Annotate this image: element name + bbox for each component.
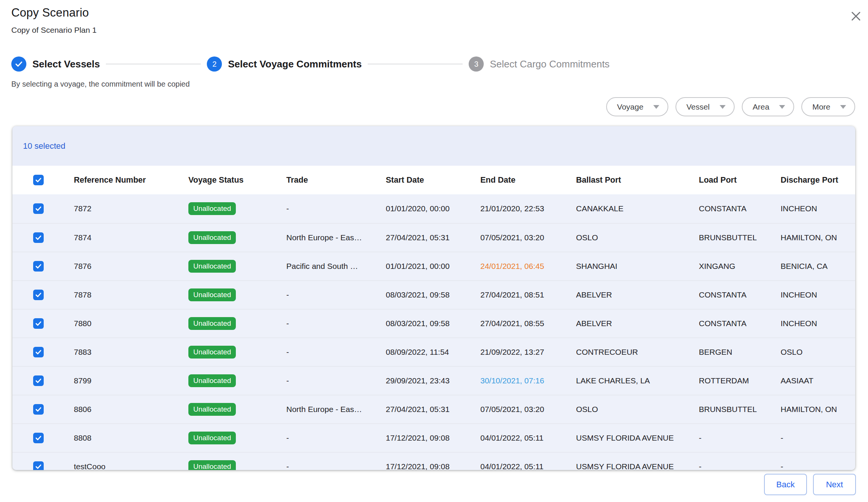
cell-ballast-port: OSLO xyxy=(576,233,699,242)
table-row[interactable]: 7883 Unallocated - 08/09/2022, 11:54 21/… xyxy=(12,337,855,366)
cell-start-date: 01/01/2020, 00:00 xyxy=(386,204,480,213)
cell-ballast-port: ABELVER xyxy=(576,290,699,299)
next-button[interactable]: Next xyxy=(813,474,856,495)
filter-vessel-button[interactable]: Vessel xyxy=(675,97,735,116)
cell-discharge-port: - xyxy=(781,462,855,470)
cell-load-port: CONSTANTA xyxy=(699,204,781,213)
row-checkbox[interactable] xyxy=(33,261,44,272)
back-button[interactable]: Back xyxy=(764,474,807,495)
cell-ballast-port: CONTRECOEUR xyxy=(576,348,699,357)
voyage-status-badge: Unallocated xyxy=(188,260,236,273)
cell-load-port: BRUNSBUTTEL xyxy=(699,405,781,414)
row-checkbox[interactable] xyxy=(33,461,44,470)
step-label: Select Cargo Commitments xyxy=(490,58,610,70)
stepper: Select Vessels 2 Select Voyage Commitmen… xyxy=(11,56,610,72)
check-icon xyxy=(35,435,42,441)
filter-more-button[interactable]: More xyxy=(801,97,855,116)
cell-reference-number: 7880 xyxy=(74,319,188,328)
check-icon xyxy=(35,377,42,384)
table-row[interactable]: 7880 Unallocated - 08/03/2021, 09:58 27/… xyxy=(12,309,855,337)
row-checkbox[interactable] xyxy=(33,433,44,443)
cell-trade: Pacific and South … xyxy=(286,262,386,271)
cell-load-port: XINGANG xyxy=(699,262,781,271)
step-select-vessels[interactable]: Select Vessels xyxy=(11,56,100,72)
filter-label: More xyxy=(812,102,830,111)
cell-reference-number: 7883 xyxy=(74,348,188,357)
check-icon xyxy=(35,320,42,327)
table-row[interactable]: testCooo Unallocated - 17/12/2021, 09:08… xyxy=(12,452,855,470)
row-checkbox[interactable] xyxy=(33,318,44,329)
column-header-end-date: End Date xyxy=(480,175,576,185)
check-icon xyxy=(35,263,42,270)
voyage-status-badge: Unallocated xyxy=(188,317,236,330)
cell-load-port: ROTTERDAM xyxy=(699,376,781,385)
row-checkbox[interactable] xyxy=(33,232,44,243)
cell-start-date: 08/03/2021, 09:58 xyxy=(386,290,480,299)
table-row[interactable]: 8799 Unallocated - 29/09/2021, 23:43 30/… xyxy=(12,366,855,395)
row-checkbox[interactable] xyxy=(33,375,44,386)
step-select-voyage-commitments[interactable]: 2 Select Voyage Commitments xyxy=(207,56,362,72)
select-all-checkbox[interactable] xyxy=(33,175,44,185)
step-label: Select Voyage Commitments xyxy=(228,58,362,70)
voyage-status-badge: Unallocated xyxy=(188,346,236,359)
table-row[interactable]: 7876 Unallocated Pacific and South … 01/… xyxy=(12,252,855,280)
check-icon xyxy=(35,291,42,298)
chevron-down-icon xyxy=(840,105,846,109)
cell-end-date: 21/01/2020, 22:53 xyxy=(480,204,576,213)
voyage-table-card: 10 selected Reference NumberVoyage Statu… xyxy=(12,126,855,470)
close-button[interactable] xyxy=(848,8,864,24)
check-icon xyxy=(35,463,42,470)
check-icon xyxy=(35,234,42,241)
table-row[interactable]: 8808 Unallocated - 17/12/2021, 09:08 04/… xyxy=(12,423,855,452)
row-checkbox[interactable] xyxy=(33,404,44,415)
column-header-ballast-port: Ballast Port xyxy=(576,175,699,185)
cell-trade: - xyxy=(286,462,386,470)
cell-ballast-port: ABELVER xyxy=(576,319,699,328)
step-number-badge: 2 xyxy=(207,56,222,72)
table-row[interactable]: 7878 Unallocated - 08/03/2021, 09:58 27/… xyxy=(12,280,855,309)
filter-voyage-button[interactable]: Voyage xyxy=(606,97,668,116)
cell-reference-number: 8806 xyxy=(74,405,188,414)
cell-end-date: 07/05/2021, 03:20 xyxy=(480,233,576,242)
voyage-status-badge: Unallocated xyxy=(188,460,236,470)
row-checkbox[interactable] xyxy=(33,203,44,214)
cell-discharge-port: - xyxy=(781,433,855,442)
cell-start-date: 01/01/2021, 00:00 xyxy=(386,262,480,271)
row-checkbox[interactable] xyxy=(33,347,44,357)
step-select-cargo-commitments[interactable]: 3 Select Cargo Commitments xyxy=(469,56,610,72)
cell-discharge-port: INCHEON xyxy=(781,319,855,328)
voyage-status-badge: Unallocated xyxy=(188,202,236,215)
voyage-status-badge: Unallocated xyxy=(188,288,236,301)
cell-end-date: 04/01/2022, 05:11 xyxy=(480,433,576,442)
cell-ballast-port: SHANGHAI xyxy=(576,262,699,271)
row-checkbox[interactable] xyxy=(33,290,44,300)
step-number-badge: 3 xyxy=(469,56,484,72)
cell-start-date: 17/12/2021, 09:08 xyxy=(386,433,480,442)
table-row[interactable]: 8806 Unallocated North Europe - Eas… 27/… xyxy=(12,395,855,423)
filter-bar: VoyageVesselAreaMore xyxy=(606,97,855,116)
cell-discharge-port: INCHEON xyxy=(781,204,855,213)
cell-discharge-port: OSLO xyxy=(781,348,855,357)
cell-load-port: BRUNSBUTTEL xyxy=(699,233,781,242)
table-row[interactable]: 7874 Unallocated North Europe - Eas… 27/… xyxy=(12,223,855,252)
close-icon xyxy=(850,11,862,22)
step-completed-check-icon xyxy=(11,56,26,72)
cell-end-date: 24/01/2021, 06:45 xyxy=(480,262,576,271)
check-icon xyxy=(35,406,42,413)
cell-ballast-port: LAKE CHARLES, LA xyxy=(576,376,699,385)
cell-ballast-port: USMSY FLORIDA AVENUE xyxy=(576,462,699,470)
filter-area-button[interactable]: Area xyxy=(742,97,794,116)
column-header-reference-number: Reference Number xyxy=(74,175,188,185)
cell-end-date: 30/10/2021, 07:16 xyxy=(480,376,576,385)
table-row[interactable]: 7872 Unallocated - 01/01/2020, 00:00 21/… xyxy=(12,194,855,223)
column-header-trade: Trade xyxy=(286,175,386,185)
cell-discharge-port: AASIAAT xyxy=(781,376,855,385)
check-icon xyxy=(35,177,42,183)
voyage-status-badge: Unallocated xyxy=(188,374,236,387)
cell-trade: - xyxy=(286,319,386,328)
cell-ballast-port: OSLO xyxy=(576,405,699,414)
cell-trade: - xyxy=(286,348,386,357)
cell-trade: - xyxy=(286,376,386,385)
cell-load-port: - xyxy=(699,462,781,470)
cell-reference-number: 7876 xyxy=(74,262,188,271)
